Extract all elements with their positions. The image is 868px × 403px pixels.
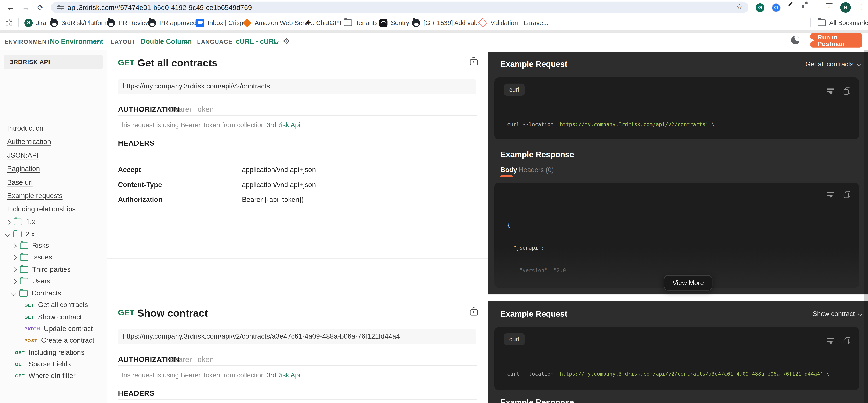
- url-bar[interactable]: api.3rdrisk.com/#57474e01-b6d0-4192-9c49…: [51, 2, 749, 13]
- sidebar-collection-title[interactable]: 3RDRISK API: [4, 55, 103, 69]
- run-in-postman-button[interactable]: Run in Postman: [810, 33, 862, 48]
- collection-link[interactable]: 3rdRisk Api: [267, 371, 300, 379]
- tab-headers[interactable]: Headers (0): [519, 166, 554, 174]
- back-icon[interactable]: [5, 2, 16, 12]
- sidebar-request-show-contract[interactable]: GETShow contract: [0, 312, 82, 322]
- gear-icon[interactable]: [283, 37, 290, 45]
- url-text[interactable]: api.3rdrisk.com/#57474e01-b6d0-4192-9c49…: [67, 4, 252, 12]
- request-title: Show contract: [137, 307, 208, 319]
- sidebar-link-jsonapi[interactable]: JSON:API: [7, 152, 39, 159]
- sidebar-link-including-relationships[interactable]: Including relationships: [7, 205, 75, 213]
- bookmark-gr-1539[interactable]: [GR-1539] Add val...: [412, 17, 481, 28]
- sidebar-link-authentication[interactable]: Authentication: [7, 138, 51, 146]
- bookmarks-divider: [18, 18, 19, 27]
- sidebar-folder-issues[interactable]: Issues: [0, 252, 52, 263]
- github-icon: [50, 19, 58, 27]
- request-code-block: curl curl --location 'https://my.company…: [494, 78, 859, 140]
- site-settings-icon[interactable]: [57, 5, 63, 10]
- browser-menu-icon[interactable]: [858, 2, 863, 12]
- wrap-text-icon[interactable]: [827, 191, 834, 198]
- sidebar-link-base-url[interactable]: Base url: [7, 179, 33, 187]
- bookmark-chatgpt[interactable]: ChatGPT: [304, 17, 343, 28]
- section-divider: [107, 258, 488, 259]
- view-more-button[interactable]: View More: [664, 275, 713, 290]
- request-url-box[interactable]: https://my.company.3rdrisk.com/api/v2/co…: [118, 329, 476, 344]
- bookmark-pr-review[interactable]: PR Review: [107, 17, 150, 28]
- sidebar-request-get-all-contracts[interactable]: GETGet all contracts: [0, 300, 88, 310]
- profile-avatar[interactable]: R: [840, 2, 851, 13]
- sidebar-request-sparse-fields[interactable]: GETSparse Fields: [0, 359, 71, 370]
- all-bookmarks-button[interactable]: All Bookmarks: [817, 17, 868, 28]
- chevron-right-icon[interactable]: [5, 219, 11, 225]
- folder-icon: [817, 20, 826, 26]
- sidebar-request-whereidin-filter[interactable]: GETWhereIdIn filter: [0, 370, 75, 381]
- sidebar-link-introduction[interactable]: Introduction: [7, 124, 43, 132]
- request-url-box[interactable]: https://my.company.3rdrisk.com/api/v2/co…: [118, 79, 476, 94]
- github-icon: [148, 19, 156, 27]
- sidebar-folder-risks[interactable]: Risks: [0, 240, 49, 251]
- onepassword-extension-icon[interactable]: O: [772, 3, 781, 12]
- header-row-value: application/vnd.api+json: [242, 166, 316, 174]
- bookmark-crisp-inbox[interactable]: Inbox | Crisp: [196, 17, 243, 28]
- chevron-right-icon[interactable]: [11, 278, 17, 284]
- bookmark-laravel-validation[interactable]: Validation - Larave...: [478, 17, 548, 28]
- example-selector[interactable]: Get all contracts: [806, 60, 861, 68]
- header-row-value: Bearer {{api_token}}: [242, 196, 304, 204]
- bookmark-jira[interactable]: SJira: [24, 17, 46, 28]
- copy-icon[interactable]: [844, 191, 850, 198]
- chevron-down-icon[interactable]: [11, 290, 16, 296]
- curl-snippet: curl --location 'https://my.company.3rdr…: [507, 105, 715, 140]
- chevron-down-icon: [857, 62, 861, 66]
- openai-icon: [304, 19, 313, 27]
- divider: [118, 115, 476, 116]
- divider: [118, 399, 476, 400]
- bookmark-aws[interactable]: Amazon Web Servi...: [243, 17, 314, 28]
- sentry-icon: [379, 19, 388, 27]
- active-tab-indicator: [500, 176, 513, 177]
- language-select[interactable]: cURL - cURL: [236, 38, 278, 45]
- bookmark-3rdrisk-platform[interactable]: 3rdRisk/Platform: [50, 17, 108, 28]
- copy-icon[interactable]: [844, 337, 850, 344]
- tab-body[interactable]: Body: [500, 166, 517, 174]
- bookmark-star-icon[interactable]: [735, 3, 745, 11]
- bookmark-sentry[interactable]: Sentry: [379, 17, 409, 28]
- reload-icon[interactable]: [35, 2, 45, 12]
- sidebar-folder-third-parties[interactable]: Third parties: [0, 264, 70, 275]
- apps-grid-icon[interactable]: [5, 19, 13, 26]
- sidebar-folder-2x[interactable]: 2.x: [0, 228, 35, 240]
- chevron-right-icon[interactable]: [11, 267, 17, 272]
- chevron-right-icon[interactable]: [11, 243, 17, 248]
- scrollbar[interactable]: [864, 50, 868, 403]
- sidebar-request-update-contract[interactable]: PATCHUpdate contract: [0, 323, 93, 334]
- authorization-type: Bearer Token: [169, 105, 214, 114]
- postman-toolbar: ENVIRONMENT No Environment LAYOUT Double…: [0, 32, 868, 51]
- bookmark-tenants-folder[interactable]: Tenants: [344, 17, 378, 28]
- copy-icon[interactable]: [844, 87, 850, 95]
- sidebar-request-create-a-contract[interactable]: POSTCreate a contract: [0, 335, 94, 346]
- sidebar-link-pagination[interactable]: Pagination: [7, 165, 40, 173]
- sidebar-folder-users[interactable]: Users: [0, 276, 50, 287]
- sidebar-request-including-relations[interactable]: GETIncluding relations: [0, 347, 85, 358]
- chevron-right-icon[interactable]: [11, 255, 17, 260]
- forward-icon[interactable]: [21, 2, 31, 12]
- curl-language-chip[interactable]: curl: [504, 84, 525, 96]
- collection-link[interactable]: 3rdRisk Api: [267, 121, 300, 129]
- request-title: Get all contracts: [137, 57, 217, 69]
- example-selector[interactable]: Show contract: [813, 310, 862, 318]
- sidebar-folder-1x[interactable]: 1.x: [0, 216, 35, 227]
- wrap-text-icon[interactable]: [827, 337, 834, 344]
- wrap-text-icon[interactable]: [827, 87, 834, 95]
- chevron-down-icon: [858, 311, 863, 316]
- folder-icon: [20, 266, 28, 273]
- chevron-down-icon[interactable]: [5, 231, 10, 237]
- curl-language-chip[interactable]: curl: [504, 333, 525, 345]
- grammarly-extension-icon[interactable]: G: [755, 3, 765, 12]
- lock-icon: [470, 59, 478, 65]
- sidebar-link-example-requests[interactable]: Example requests: [7, 192, 63, 200]
- aws-icon: [243, 19, 251, 27]
- header-row-key: Accept: [118, 166, 141, 174]
- dark-mode-toggle-icon[interactable]: [791, 36, 799, 44]
- language-label: LANGUAGE: [197, 38, 232, 45]
- sidebar-folder-contracts[interactable]: Contracts: [0, 288, 61, 299]
- bookmark-pr-approved[interactable]: PR approved: [148, 17, 196, 28]
